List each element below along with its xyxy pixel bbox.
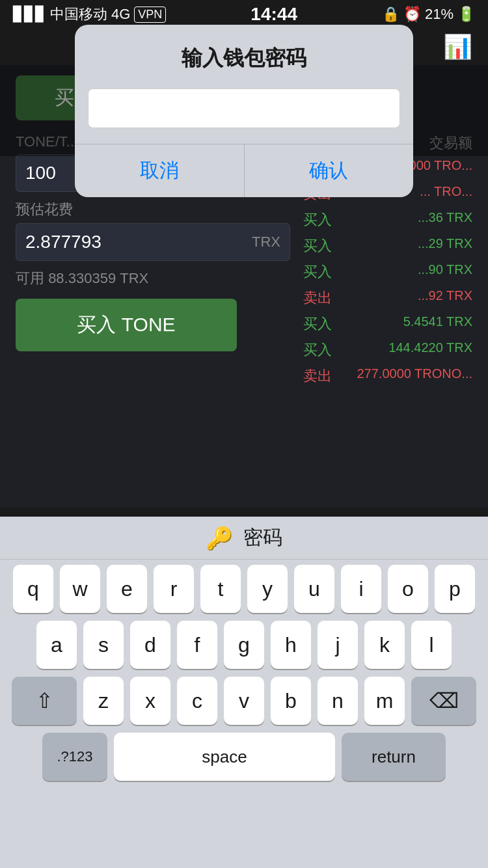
shift-key[interactable]: ⇧ bbox=[12, 677, 77, 725]
trade-row: 买入 ...29 TRX bbox=[303, 236, 472, 256]
keyboard-top-bar: 🔑 密码 bbox=[0, 517, 488, 560]
key-z[interactable]: z bbox=[83, 677, 124, 725]
key-y[interactable]: y bbox=[247, 565, 288, 613]
return-key[interactable]: return bbox=[342, 733, 446, 781]
key-o[interactable]: o bbox=[388, 565, 428, 613]
keyboard-rows: q w e r t y u i o p a s d f g h j k l ⇧ … bbox=[0, 560, 488, 781]
battery-icon: 🔋 bbox=[457, 6, 475, 23]
status-right: 🔒 ⏰ 21% 🔋 bbox=[382, 6, 475, 23]
keyboard-field-label: 密码 bbox=[243, 524, 282, 551]
key-row-4: .?123 space return bbox=[4, 733, 484, 781]
key-r[interactable]: r bbox=[154, 565, 194, 613]
key-i[interactable]: i bbox=[341, 565, 381, 613]
key-e[interactable]: e bbox=[107, 565, 147, 613]
alarm-icon: ⏰ bbox=[403, 6, 421, 23]
dialog-input-wrap[interactable] bbox=[88, 88, 400, 128]
space-key[interactable]: space bbox=[114, 733, 335, 781]
trade-amount: ... TRO... bbox=[420, 184, 472, 204]
key-n[interactable]: n bbox=[318, 677, 358, 725]
key-row-2: a s d f g h j k l bbox=[4, 621, 484, 669]
trade-row: 卖出 ...92 TRX bbox=[303, 288, 472, 308]
key-k[interactable]: k bbox=[364, 621, 405, 669]
dialog-title: 输入钱包密码 bbox=[75, 44, 413, 73]
key-t[interactable]: t bbox=[200, 565, 241, 613]
trade-dir: 卖出 bbox=[303, 288, 332, 308]
network-label: 4G bbox=[111, 6, 130, 23]
delete-key[interactable]: ⌫ bbox=[411, 677, 476, 725]
chart-icon[interactable]: 📊 bbox=[443, 33, 472, 61]
password-input[interactable] bbox=[88, 88, 400, 128]
estimated-value: 2.877793 bbox=[25, 232, 102, 252]
key-w[interactable]: w bbox=[60, 565, 100, 613]
trade-amount: ...29 TRX bbox=[418, 236, 472, 256]
dialog-buttons: 取消 确认 bbox=[75, 144, 413, 197]
trade-row: 买入 ...90 TRX bbox=[303, 262, 472, 282]
key-x[interactable]: x bbox=[130, 677, 170, 725]
clock: 14:44 bbox=[251, 4, 297, 25]
trade-dir: 买入 bbox=[303, 340, 332, 360]
key-j[interactable]: j bbox=[318, 621, 358, 669]
lock-icon: 🔒 bbox=[382, 6, 400, 23]
num-key[interactable]: .?123 bbox=[42, 733, 107, 781]
password-dialog: 输入钱包密码 取消 确认 bbox=[75, 25, 413, 197]
trade-dir: 买入 bbox=[303, 314, 332, 334]
trade-dir: 买入 bbox=[303, 262, 332, 282]
status-left: ▊▊▊ 中国移动 4G VPN bbox=[13, 5, 166, 24]
trade-row: 买入 5.4541 TRX bbox=[303, 314, 472, 334]
key-p[interactable]: p bbox=[435, 565, 475, 613]
key-c[interactable]: c bbox=[177, 677, 217, 725]
estimated-field: 2.877793 TRX bbox=[16, 223, 290, 261]
key-a[interactable]: a bbox=[36, 621, 77, 669]
trade-row: 买入 ...36 TRX bbox=[303, 210, 472, 230]
key-b[interactable]: b bbox=[271, 677, 311, 725]
available-text: 可用 88.330359 TRX bbox=[16, 269, 290, 288]
quantity-value: 100 bbox=[25, 163, 56, 183]
key-v[interactable]: v bbox=[224, 677, 264, 725]
trade-dir: 卖出 bbox=[303, 366, 332, 386]
key-s[interactable]: s bbox=[83, 621, 124, 669]
confirm-button[interactable]: 确认 bbox=[245, 144, 414, 197]
key-row-1: q w e r t y u i o p bbox=[4, 565, 484, 613]
key-icon: 🔑 bbox=[206, 525, 233, 551]
trade-amount: ...90 TRX bbox=[418, 262, 472, 282]
trade-dir: 买入 bbox=[303, 236, 332, 256]
key-h[interactable]: h bbox=[271, 621, 311, 669]
trade-row: 买入 144.4220 TRX bbox=[303, 340, 472, 360]
trade-amount: 277.0000 TRONO... bbox=[357, 366, 473, 386]
buy-tone-button[interactable]: 买入 TONE bbox=[16, 299, 237, 351]
trade-amount: ...36 TRX bbox=[418, 210, 472, 230]
key-l[interactable]: l bbox=[411, 621, 452, 669]
trade-dir: 买入 bbox=[303, 210, 332, 230]
dialog-overlay: 输入钱包密码 取消 确认 bbox=[0, 65, 488, 156]
signal-icon: ▊▊▊ bbox=[13, 6, 46, 23]
trade-amount: 144.4220 TRX bbox=[388, 340, 472, 360]
trading-area: 买入 卖出 TONE/T... 100 预估花费 2.877793 TRX 可用… bbox=[0, 65, 488, 508]
key-f[interactable]: f bbox=[177, 621, 217, 669]
key-u[interactable]: u bbox=[294, 565, 334, 613]
trade-row: 卖出 277.0000 TRONO... bbox=[303, 366, 472, 386]
carrier-label: 中国移动 bbox=[50, 5, 107, 24]
estimated-label: 预估花费 bbox=[16, 200, 290, 219]
key-d[interactable]: d bbox=[130, 621, 170, 669]
cancel-button[interactable]: 取消 bbox=[75, 144, 245, 197]
trade-amount: ...92 TRX bbox=[418, 288, 472, 308]
estimated-unit: TRX bbox=[252, 234, 280, 251]
keyboard: 🔑 密码 q w e r t y u i o p a s d f g h j k… bbox=[0, 517, 488, 868]
key-g[interactable]: g bbox=[224, 621, 264, 669]
vpn-badge: VPN bbox=[134, 7, 166, 23]
key-m[interactable]: m bbox=[364, 677, 405, 725]
key-q[interactable]: q bbox=[13, 565, 53, 613]
trade-amount: 5.4541 TRX bbox=[403, 314, 472, 334]
battery-label: 21% bbox=[425, 6, 454, 23]
key-row-3: ⇧ z x c v b n m ⌫ bbox=[4, 677, 484, 725]
